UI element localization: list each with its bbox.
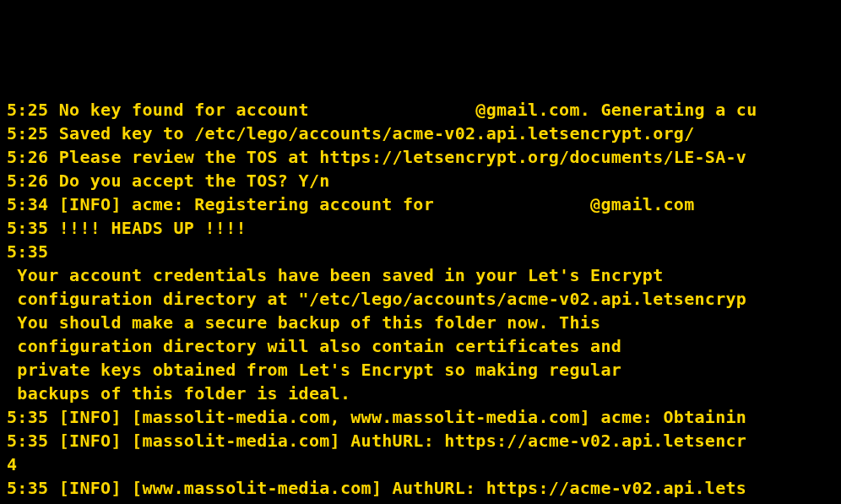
log-line: 5:25 No key found for account @gmail.com… [7, 98, 834, 122]
log-line: 5:35 [INFO] [massolit-media.com, www.mas… [7, 405, 834, 429]
log-line: 5:26 Please review the TOS at https://le… [7, 145, 834, 169]
log-line: You should make a secure backup of this … [7, 311, 834, 334]
log-line: Your account credentials have been saved… [7, 263, 834, 287]
log-line: 5:25 Saved key to /etc/lego/accounts/acm… [7, 122, 834, 145]
log-line: configuration directory will also contai… [7, 334, 834, 358]
terminal-output: 5:25 No key found for account @gmail.com… [7, 98, 834, 504]
log-line: 5:34 [INFO] acme: Registering account fo… [7, 192, 834, 216]
log-line: 5:35 [7, 240, 834, 263]
log-line: 4 [7, 453, 834, 476]
log-line: 5:35 [INFO] [www.massolit-media.com] Aut… [7, 476, 834, 500]
log-line: 5:35 !!!! HEADS UP !!!! [7, 216, 834, 240]
log-line: configuration directory at "/etc/lego/ac… [7, 287, 834, 311]
log-line: ZKklY [7, 500, 834, 504]
log-line: 5:35 [INFO] [massolit-media.com] AuthURL… [7, 429, 834, 453]
log-line: backups of this folder is ideal. [7, 382, 834, 405]
log-line: 5:26 Do you accept the TOS? Y/n [7, 169, 834, 192]
log-line: private keys obtained from Let's Encrypt… [7, 358, 834, 382]
